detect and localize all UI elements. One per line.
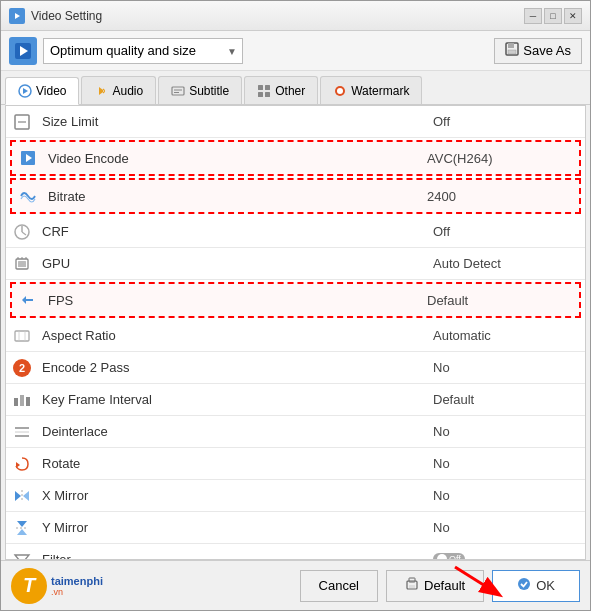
key-frame-interval-label: Key Frame Interval	[38, 392, 425, 407]
svg-point-54	[518, 578, 530, 590]
y-mirror-value: No	[425, 520, 585, 535]
svg-marker-42	[23, 491, 29, 501]
filter-toggle[interactable]: Off	[433, 553, 465, 560]
y-mirror-icon	[6, 519, 38, 537]
deinterlace-value: No	[425, 424, 585, 439]
filter-icon	[6, 551, 38, 561]
svg-marker-43	[17, 521, 27, 527]
svg-rect-12	[258, 85, 263, 90]
svg-rect-30	[15, 331, 29, 341]
x-mirror-icon	[6, 487, 38, 505]
svg-rect-35	[26, 397, 30, 406]
row-size-limit[interactable]: Size Limit Off	[6, 106, 585, 138]
save-as-button[interactable]: Save As	[494, 38, 582, 64]
logo-sub-text: .vn	[51, 587, 103, 597]
row-video-encode[interactable]: Video Encode AVC(H264)	[12, 142, 579, 174]
window-title: Video Setting	[31, 9, 102, 23]
cancel-label: Cancel	[319, 578, 359, 593]
subtitle-tab-icon	[171, 84, 185, 98]
row-y-mirror[interactable]: Y Mirror No	[6, 512, 585, 544]
row-aspect-ratio[interactable]: Aspect Ratio Automatic	[6, 320, 585, 352]
svg-rect-15	[265, 92, 270, 97]
row-bitrate[interactable]: Bitrate 2400	[12, 180, 579, 212]
video-setting-window: Video Setting ─ □ ✕ Optimum quality and …	[0, 0, 591, 611]
deinterlace-icon	[6, 423, 38, 441]
crf-value: Off	[425, 224, 585, 239]
encode-2-pass-value: No	[425, 360, 585, 375]
maximize-button[interactable]: □	[544, 8, 562, 24]
svg-rect-34	[20, 395, 24, 406]
fps-highlight: FPS Default	[10, 282, 581, 318]
logo-text-area: taimenphi .vn	[51, 575, 103, 597]
row-filter[interactable]: Filter Off	[6, 544, 585, 560]
gpu-label: GPU	[38, 256, 425, 271]
logo-main-text: taimenphi	[51, 575, 103, 587]
tab-other[interactable]: Other	[244, 76, 318, 104]
encode-2-pass-label: Encode 2 Pass	[38, 360, 425, 375]
minimize-button[interactable]: ─	[524, 8, 542, 24]
row-encode-2-pass[interactable]: 2 Encode 2 Pass No	[6, 352, 585, 384]
save-icon	[505, 42, 519, 59]
toolbar: Optimum quality and size ▼ Save As	[1, 31, 590, 71]
crf-icon	[6, 223, 38, 241]
svg-line-24	[22, 232, 26, 235]
y-mirror-label: Y Mirror	[38, 520, 425, 535]
ok-button[interactable]: OK	[492, 570, 580, 602]
bitrate-label: Bitrate	[44, 189, 419, 204]
x-mirror-value: No	[425, 488, 585, 503]
row-gpu[interactable]: GPU Auto Detect	[6, 248, 585, 280]
title-bar: Video Setting ─ □ ✕	[1, 1, 590, 31]
row-x-mirror[interactable]: X Mirror No	[6, 480, 585, 512]
watermark-tab-icon	[333, 84, 347, 98]
filter-value: Off	[425, 552, 585, 560]
size-limit-value: Off	[425, 114, 585, 129]
tab-watermark[interactable]: Watermark	[320, 76, 422, 104]
bitrate-highlight: Bitrate 2400	[10, 178, 581, 214]
cancel-button[interactable]: Cancel	[300, 570, 378, 602]
fps-icon	[12, 291, 44, 309]
row-rotate[interactable]: Rotate No	[6, 448, 585, 480]
svg-marker-39	[16, 462, 20, 468]
app-icon	[9, 8, 25, 24]
fps-label: FPS	[44, 293, 419, 308]
row-deinterlace[interactable]: Deinterlace No	[6, 416, 585, 448]
ok-label: OK	[536, 578, 555, 593]
svg-point-17	[337, 88, 343, 94]
print-icon	[405, 577, 419, 594]
preset-select[interactable]: Optimum quality and size	[43, 38, 243, 64]
svg-rect-33	[14, 398, 18, 406]
row-key-frame-interval[interactable]: Key Frame Interval Default	[6, 384, 585, 416]
video-encode-icon	[12, 149, 44, 167]
aspect-ratio-icon	[6, 327, 38, 345]
tab-audio[interactable]: Audio	[81, 76, 156, 104]
ok-check-icon	[517, 577, 531, 594]
logo-area: T taimenphi .vn	[11, 568, 103, 604]
svg-rect-14	[258, 92, 263, 97]
svg-rect-5	[508, 43, 514, 48]
row-fps[interactable]: FPS Default	[12, 284, 579, 316]
rotate-label: Rotate	[38, 456, 425, 471]
row-crf[interactable]: CRF Off	[6, 216, 585, 248]
svg-rect-53	[409, 585, 415, 588]
gpu-icon	[6, 255, 38, 273]
tab-video[interactable]: Video	[5, 77, 79, 105]
close-button[interactable]: ✕	[564, 8, 582, 24]
video-tab-icon	[18, 84, 32, 98]
window-controls: ─ □ ✕	[524, 8, 582, 24]
crf-label: CRF	[38, 224, 425, 239]
x-mirror-label: X Mirror	[38, 488, 425, 503]
settings-content: Size Limit Off Video Encode AVC(H264)	[5, 105, 586, 560]
video-encode-highlight: Video Encode AVC(H264)	[10, 140, 581, 176]
svg-marker-40	[15, 491, 21, 501]
default-button[interactable]: Default	[386, 570, 484, 602]
svg-rect-13	[265, 85, 270, 90]
video-encode-label: Video Encode	[44, 151, 419, 166]
size-limit-icon	[6, 113, 38, 131]
deinterlace-label: Deinterlace	[38, 424, 425, 439]
aspect-ratio-label: Aspect Ratio	[38, 328, 425, 343]
svg-rect-9	[172, 87, 184, 95]
gpu-value: Auto Detect	[425, 256, 585, 271]
toolbar-app-icon	[9, 37, 37, 65]
svg-marker-45	[17, 529, 27, 535]
tab-subtitle[interactable]: Subtitle	[158, 76, 242, 104]
